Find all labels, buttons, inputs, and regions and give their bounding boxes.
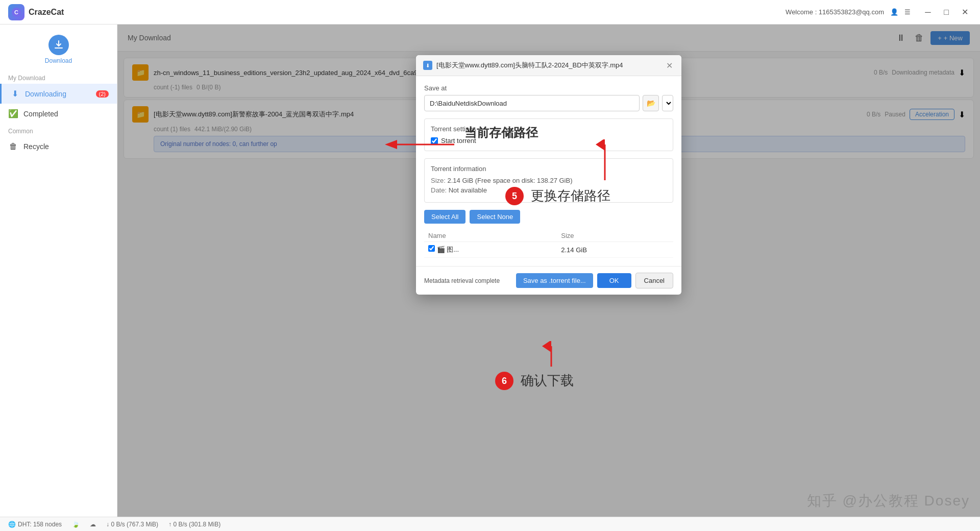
- sidebar-download-button[interactable]: Download: [0, 29, 117, 70]
- sidebar-item-recycle[interactable]: 🗑 Recycle: [0, 137, 117, 156]
- minimize-button[interactable]: ─: [921, 5, 935, 19]
- start-torrent-checkbox[interactable]: [431, 137, 438, 144]
- start-torrent-label: Start torrent: [441, 137, 476, 144]
- torrent-dialog: ⬇ [电影天堂www.dytt89.com]头脑特工队2-2024_BD中英双字…: [416, 55, 681, 295]
- downloading-badge: (2): [96, 90, 109, 98]
- user-avatar-icon: 👤: [890, 8, 898, 16]
- modal-title-icon: ⬇: [423, 61, 432, 70]
- folder-open-icon: 📂: [647, 99, 655, 107]
- torrent-date-row: Date: Not available: [431, 186, 667, 194]
- save-path-input[interactable]: [424, 95, 640, 111]
- modal-titlebar: ⬇ [电影天堂www.dytt89.com]头脑特工队2-2024_BD中英双字…: [416, 55, 681, 76]
- ok-button[interactable]: OK: [597, 273, 631, 288]
- browse-folder-button[interactable]: 📂: [643, 95, 659, 111]
- torrent-settings-label: Torrent settings: [431, 125, 667, 133]
- cloud-symbol: ☁: [90, 521, 96, 528]
- network-icon: 🍃: [72, 521, 80, 528]
- user-welcome-text: Welcome : 1165353823@qq.com: [786, 8, 884, 16]
- torrent-settings-section: Torrent settings Start torrent: [424, 118, 673, 151]
- file-name-cell: 图...: [447, 246, 459, 253]
- save-path-row: 📂: [424, 95, 673, 111]
- size-value: 2.14 GiB (Free space on disk: 138.27 GiB…: [448, 177, 573, 184]
- metadata-status: Metadata retrieval complete: [424, 277, 512, 284]
- select-all-button[interactable]: Select All: [424, 210, 465, 224]
- logo-icon: C: [8, 4, 24, 20]
- sidebar-downloading-label: Downloading: [25, 90, 66, 98]
- sidebar-download-label: Download: [45, 57, 72, 64]
- app-logo: C CrazeCat: [8, 4, 64, 20]
- file-size-col-header: Size: [557, 230, 673, 242]
- torrent-info-section: Torrent information Size: 2.14 GiB (Free…: [424, 158, 673, 203]
- file-size-cell: 2.14 GiB: [557, 242, 673, 258]
- my-download-section: My Download: [0, 70, 117, 84]
- torrent-info-label: Torrent information: [431, 165, 667, 173]
- download-main-icon: [48, 35, 69, 55]
- path-dropdown[interactable]: [662, 95, 673, 111]
- sidebar-item-completed[interactable]: ✅ Completed: [0, 104, 117, 124]
- download-speed-status: ↓ 0 B/s (767.3 MiB): [106, 521, 158, 528]
- file-name-col-header: Name: [424, 230, 557, 242]
- completed-icon: ✅: [8, 109, 18, 118]
- app-name: CrazeCat: [29, 8, 64, 17]
- modal-title: [电影天堂www.dytt89.com]头脑特工队2-2024_BD中英双字.m…: [436, 61, 660, 70]
- cloud-icon: ☁: [90, 521, 96, 528]
- save-at-label: Save at: [424, 84, 673, 92]
- close-button[interactable]: ✕: [958, 5, 972, 19]
- start-torrent-row: Start torrent: [431, 137, 667, 144]
- user-info: Welcome : 1165353823@qq.com 👤 ☰: [786, 8, 911, 16]
- save-at-group: Save at 📂: [424, 84, 673, 111]
- titlebar: C CrazeCat Welcome : 1165353823@qq.com 👤…: [0, 0, 980, 25]
- upload-speed: ↑ 0 B/s (301.8 MiB): [168, 521, 220, 528]
- upload-speed-status: ↑ 0 B/s (301.8 MiB): [168, 521, 220, 528]
- size-label: Size:: [431, 177, 446, 184]
- torrent-size-row: Size: 2.14 GiB (Free space on disk: 138.…: [431, 177, 667, 184]
- dht-icon: 🌐: [8, 521, 16, 528]
- dht-status: 🌐 DHT: 158 nodes: [8, 521, 62, 528]
- main-layout: Download My Download ⬇ Downloading (2) ✅…: [0, 25, 980, 517]
- select-none-button[interactable]: Select None: [470, 210, 520, 224]
- sidebar-item-downloading[interactable]: ⬇ Downloading (2): [0, 84, 117, 104]
- downloading-icon: ⬇: [10, 89, 20, 99]
- window-controls: ─ □ ✕: [921, 5, 972, 19]
- table-row: 🎬 图... 2.14 GiB: [424, 242, 673, 258]
- modal-overlay: ⬇ [电影天堂www.dytt89.com]头脑特工队2-2024_BD中英双字…: [117, 25, 980, 517]
- content-area: My Download ⏸ 🗑 + + New 📁 zh-cn_windows_…: [117, 25, 980, 517]
- svg-text:C: C: [14, 9, 18, 15]
- cancel-button[interactable]: Cancel: [635, 273, 673, 288]
- menu-icon[interactable]: ☰: [904, 8, 911, 16]
- statusbar: 🌐 DHT: 158 nodes 🍃 ☁ ↓ 0 B/s (767.3 MiB)…: [0, 517, 980, 531]
- date-label: Date:: [431, 186, 447, 194]
- date-value: Not available: [449, 186, 487, 194]
- file-row-name: 🎬 图...: [424, 242, 557, 258]
- select-buttons-row: Select All Select None: [424, 210, 673, 224]
- file-checkbox[interactable]: [428, 245, 435, 252]
- dht-label: DHT: 158 nodes: [18, 521, 62, 528]
- torrent-info-table: Size: 2.14 GiB (Free space on disk: 138.…: [431, 177, 667, 194]
- sidebar-completed-label: Completed: [23, 110, 58, 118]
- save-torrent-button[interactable]: Save as .torrent file...: [516, 273, 593, 288]
- file-table: Name Size 🎬 图... 2.14: [424, 230, 673, 258]
- file-type-icon: 🎬: [437, 246, 445, 253]
- sidebar-recycle-label: Recycle: [23, 142, 49, 151]
- modal-footer: Metadata retrieval complete Save as .tor…: [416, 266, 681, 295]
- download-speed: ↓ 0 B/s (767.3 MiB): [106, 521, 158, 528]
- maximize-button[interactable]: □: [939, 5, 953, 19]
- modal-close-button[interactable]: ✕: [664, 60, 674, 70]
- sidebar: Download My Download ⬇ Downloading (2) ✅…: [0, 25, 117, 517]
- common-section: Common: [0, 124, 117, 137]
- recycle-icon: 🗑: [8, 142, 18, 151]
- modal-body: Save at 📂 Torrent s: [416, 76, 681, 266]
- leaf-icon: 🍃: [72, 521, 80, 528]
